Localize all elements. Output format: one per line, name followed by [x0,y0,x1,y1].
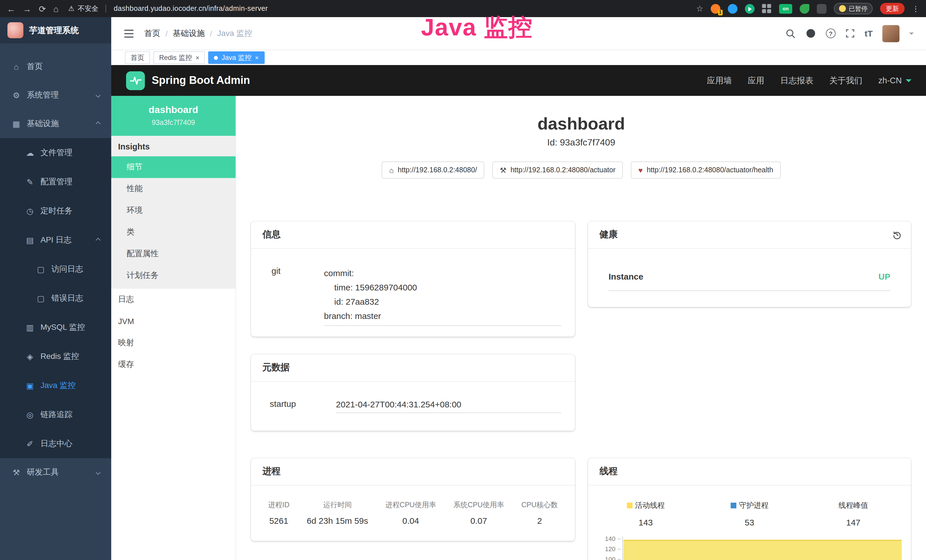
extensions-grid-icon[interactable] [762,4,772,14]
extension-icon-blue[interactable] [728,4,737,14]
threads-legend: 活动线程 143 守护进程 53 线程峰值 147 [588,486,911,527]
extension-icon-orange[interactable]: 1 [711,4,720,14]
sba-item-config-props[interactable]: 配置属性 [111,243,236,265]
sidebar-item-system-mgmt[interactable]: ⚙ 系统管理 [0,81,111,109]
locale-selector[interactable]: zh-CN [878,76,911,85]
chrome-update-button[interactable]: 更新 [880,3,905,14]
service-url-button[interactable]: ⌂ http://192.168.0.2:48080/ [382,162,484,179]
fullscreen-icon[interactable] [845,29,855,38]
tab-java-monitor[interactable]: Java 监控 × [209,51,264,64]
sba-item-caches[interactable]: 缓存 [111,354,236,375]
instance-subtitle: Id: 93a3fc7f7409 [236,138,926,148]
sba-item-performance[interactable]: 性能 [111,178,236,200]
tab-home[interactable]: 首页 [125,51,150,64]
monitor-icon: ▣ [25,381,35,390]
sba-item-details[interactable]: 细节 [111,156,236,178]
sidebar-item-label: 链路追踪 [41,409,73,420]
avatar[interactable] [882,25,899,42]
page-root: ← → ⟳ ⌂ ⚠ 不安全 dashboard.yudao.iocoder.cn… [0,0,926,560]
doc-icon: ▢ [36,265,45,274]
breadcrumb-infrastructure[interactable]: 基础设施 [173,28,205,38]
actuator-url-button[interactable]: ⚒ http://192.168.0.2:48080/actuator [493,162,623,179]
sba-item-scheduled-tasks[interactable]: 计划任务 [111,265,236,286]
process-col-pid: 进程ID 5261 [268,500,289,525]
health-card: 健康 Instance UP [588,221,911,307]
back-icon[interactable]: ← [7,4,15,13]
sba-logo-icon[interactable] [126,71,145,90]
sidebar-item-label: 系统管理 [27,90,59,100]
heart-icon: ♥ [638,166,643,174]
instance-id: 93a3fc7f7409 [111,119,236,127]
chevron-down-icon [96,93,101,98]
extension-icon-leaf[interactable] [800,4,809,14]
instance-links: ⌂ http://192.168.0.2:48080/ ⚒ http://192… [236,162,926,179]
sidebar-item-api-logs[interactable]: ▤ API 日志 [0,226,111,254]
cloud-icon: ☁ [25,148,35,157]
sidebar-item-redis-monitor[interactable]: ◈ Redis 监控 [0,342,111,371]
sba-item-environment[interactable]: 环境 [111,200,236,221]
sidebar-item-java-monitor[interactable]: ▣ Java 监控 [0,371,111,400]
sidebar-item-label: Redis 监控 [41,351,79,362]
search-icon[interactable] [785,28,796,38]
threads-chart: 140 120 100 [592,536,904,560]
health-card-header: 健康 [588,221,911,249]
chevron-up-icon [96,121,101,126]
extension-icon-on[interactable]: on [779,4,792,14]
process-col-uptime: 运行时间 6d 23h 15m 59s [307,500,368,525]
sidebar-item-config-mgmt[interactable]: ✎ 配置管理 [0,167,111,196]
sidebar-item-home[interactable]: ⌂ 首页 [0,53,111,81]
close-icon[interactable]: × [255,54,259,61]
sidebar-item-mysql-monitor[interactable]: ▥ MySQL 监控 [0,313,111,342]
sba-nav-about[interactable]: 关于我们 [829,75,862,86]
tab-redis-monitor[interactable]: Redis 监控 × [153,51,205,64]
tools-icon: ⚒ [11,468,21,477]
col-value: 0.07 [454,516,504,525]
health-instance-label: Instance [608,272,643,281]
forward-icon[interactable]: → [23,4,31,13]
app-logo[interactable]: 芋道管理系统 [0,17,111,43]
close-icon[interactable]: × [196,54,199,61]
breadcrumb-home[interactable]: 首页 [144,28,160,38]
sidebar-item-label: 研发工具 [27,467,59,478]
address-bar-url[interactable]: dashboard.yudao.iocoder.cn/infra/admin-s… [114,5,268,12]
sba-nav-wall[interactable]: 应用墙 [707,75,732,86]
help-icon[interactable]: ? [826,29,835,38]
sidebar-item-error-logs[interactable]: ▢ 错误日志 [0,283,111,313]
legend-label: 守护进程 [739,500,769,511]
security-chip[interactable]: ⚠ 不安全 [68,4,98,14]
browser-menu-icon[interactable]: ⋮ [912,4,920,13]
sidebar-item-infrastructure[interactable]: ▦ 基础设施 [0,109,111,138]
col-value: 2 [521,516,558,525]
sba-nav-journal[interactable]: 日志报表 [780,75,813,86]
sba-item-logs[interactable]: 日志 [111,289,236,310]
health-url: http://192.168.0.2:48080/actuator/health [647,166,773,174]
home-icon[interactable]: ⌂ [53,4,59,13]
chevron-down-icon[interactable] [909,33,914,37]
github-icon[interactable] [805,28,816,39]
reload-icon[interactable]: ⟳ [39,4,46,13]
extension-icon-green[interactable] [745,4,755,14]
git-commit-id: id: 27aa832 [324,294,561,309]
sba-item-mappings[interactable]: 映射 [111,332,236,354]
history-icon[interactable] [892,230,902,240]
threads-card: 线程 活动线程 143 守护进程 53 [588,458,911,560]
sidebar-item-scheduled-jobs[interactable]: ◷ 定时任务 [0,196,111,226]
breadcrumb-current: Java 监控 [217,28,253,38]
sidebar-item-tracing[interactable]: ◎ 链路追踪 [0,400,111,429]
sidebar-item-file-mgmt[interactable]: ☁ 文件管理 [0,138,111,167]
sidebar-item-log-center[interactable]: ✐ 日志中心 [0,429,111,458]
sba-brand-title[interactable]: Spring Boot Admin [152,74,250,87]
health-url-button[interactable]: ♥ http://192.168.0.2:48080/actuator/heal… [631,162,781,179]
sba-nav-applications[interactable]: 应用 [748,75,764,86]
sba-item-classes[interactable]: 类 [111,221,236,243]
font-size-icon[interactable]: tT [865,29,873,38]
profile-paused-chip[interactable]: 已暂停 [834,3,873,14]
extension-icon-dark[interactable] [817,4,826,14]
bookmark-star-icon[interactable]: ☆ [696,4,703,13]
sidebar-item-dev-tools[interactable]: ⚒ 研发工具 [0,458,111,487]
pen-icon: ✐ [25,439,35,448]
sidebar-item-access-logs[interactable]: ▢ 访问日志 [0,254,111,283]
sba-item-jvm[interactable]: JVM [111,310,236,332]
timer-icon: ◷ [25,206,35,215]
hamburger-icon[interactable] [124,29,134,38]
